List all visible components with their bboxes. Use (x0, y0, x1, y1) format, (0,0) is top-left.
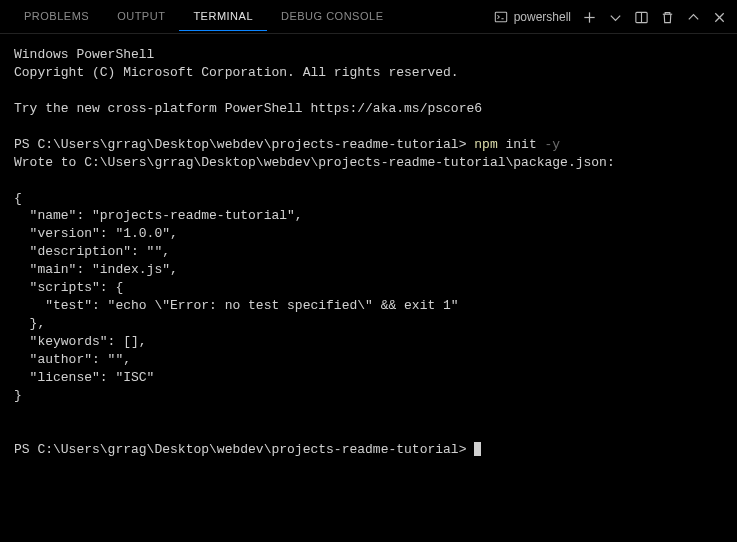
terminal-line: Copyright (C) Microsoft Corporation. All… (14, 65, 459, 80)
terminal-line: "keywords": [], (14, 334, 147, 349)
terminal-line: "name": "projects-readme-tutorial", (14, 208, 303, 223)
terminal-line: Wrote to C:\Users\grrag\Desktop\webdev\p… (14, 155, 615, 170)
terminal-line: "main": "index.js", (14, 262, 178, 277)
tab-debug-console[interactable]: DEBUG CONSOLE (267, 2, 397, 31)
svg-rect-0 (495, 12, 506, 22)
terminal-line: Windows PowerShell (14, 47, 154, 62)
terminal-line: "license": "ISC" (14, 370, 154, 385)
close-panel-button[interactable] (711, 9, 727, 25)
new-terminal-button[interactable] (581, 9, 597, 25)
terminal-output[interactable]: Windows PowerShell Copyright (C) Microso… (0, 34, 737, 471)
terminal-line: { (14, 191, 22, 206)
command-flag: -y (545, 137, 561, 152)
terminal-line: } (14, 388, 22, 403)
terminal-line: "test": "echo \"Error: no test specified… (14, 298, 459, 313)
terminal-line: "version": "1.0.0", (14, 226, 178, 241)
split-terminal-button[interactable] (633, 9, 649, 25)
panel-tab-bar: PROBLEMS OUTPUT TERMINAL DEBUG CONSOLE p… (0, 0, 737, 34)
terminal-toolbar: powershell (494, 0, 727, 34)
terminal-line: "description": "", (14, 244, 170, 259)
command-token: npm (474, 137, 497, 152)
panel-tabs: PROBLEMS OUTPUT TERMINAL DEBUG CONSOLE (10, 2, 397, 31)
tab-output[interactable]: OUTPUT (103, 2, 179, 31)
shell-name-label: powershell (514, 10, 571, 24)
maximize-panel-button[interactable] (685, 9, 701, 25)
split-dropdown-button[interactable] (607, 9, 623, 25)
terminal-cursor (474, 442, 481, 456)
command-arg: init (498, 137, 545, 152)
terminal-line: Try the new cross-platform PowerShell ht… (14, 101, 482, 116)
shell-selector[interactable]: powershell (494, 10, 571, 24)
kill-terminal-button[interactable] (659, 9, 675, 25)
terminal-line: }, (14, 316, 45, 331)
terminal-line: "author": "", (14, 352, 131, 367)
terminal-icon (494, 10, 508, 24)
tab-problems[interactable]: PROBLEMS (10, 2, 103, 31)
tab-terminal[interactable]: TERMINAL (179, 2, 267, 31)
prompt-text: PS C:\Users\grrag\Desktop\webdev\project… (14, 137, 474, 152)
terminal-line: "scripts": { (14, 280, 123, 295)
prompt-text: PS C:\Users\grrag\Desktop\webdev\project… (14, 442, 474, 457)
